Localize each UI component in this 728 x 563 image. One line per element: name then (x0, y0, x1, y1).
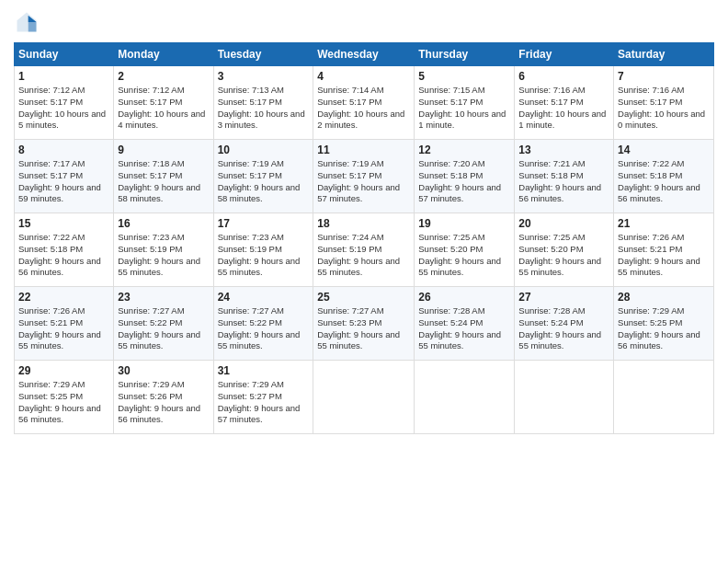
day-detail: Sunrise: 7:22 AMSunset: 5:18 PMDaylight:… (18, 232, 109, 279)
calendar-cell (614, 361, 714, 434)
calendar-cell: 20Sunrise: 7:25 AMSunset: 5:20 PMDayligh… (515, 213, 614, 287)
calendar-cell: 15Sunrise: 7:22 AMSunset: 5:18 PMDayligh… (15, 213, 114, 287)
day-detail: Sunrise: 7:27 AMSunset: 5:23 PMDaylight:… (317, 305, 410, 352)
day-detail: Sunrise: 7:29 AMSunset: 5:25 PMDaylight:… (18, 379, 109, 426)
day-number: 23 (118, 291, 209, 304)
calendar-cell (415, 361, 515, 434)
day-number: 10 (218, 144, 310, 156)
calendar-cell: 3Sunrise: 7:13 AMSunset: 5:17 PMDaylight… (213, 66, 313, 140)
day-number: 22 (18, 291, 109, 304)
day-number: 5 (418, 70, 510, 83)
day-detail: Sunrise: 7:13 AMSunset: 5:17 PMDaylight:… (218, 85, 310, 132)
logo-icon (14, 9, 40, 35)
header-thursday: Thursday (415, 43, 515, 66)
header-friday: Friday (515, 43, 614, 66)
header (14, 9, 714, 35)
header-monday: Monday (114, 43, 213, 66)
day-detail: Sunrise: 7:12 AMSunset: 5:17 PMDaylight:… (18, 85, 109, 132)
day-number: 31 (218, 364, 310, 377)
day-detail: Sunrise: 7:27 AMSunset: 5:22 PMDaylight:… (118, 305, 209, 352)
day-detail: Sunrise: 7:28 AMSunset: 5:24 PMDaylight:… (518, 305, 609, 352)
week-row-5: 29Sunrise: 7:29 AMSunset: 5:25 PMDayligh… (15, 361, 714, 434)
day-detail: Sunrise: 7:19 AMSunset: 5:17 PMDaylight:… (317, 158, 410, 205)
day-number: 24 (218, 291, 310, 304)
day-number: 11 (317, 144, 410, 156)
day-detail: Sunrise: 7:27 AMSunset: 5:22 PMDaylight:… (218, 305, 310, 352)
calendar: SundayMondayTuesdayWednesdayThursdayFrid… (14, 42, 714, 434)
calendar-cell: 30Sunrise: 7:29 AMSunset: 5:26 PMDayligh… (114, 361, 213, 434)
calendar-cell: 19Sunrise: 7:25 AMSunset: 5:20 PMDayligh… (415, 213, 515, 287)
day-number: 20 (518, 217, 609, 230)
day-detail: Sunrise: 7:29 AMSunset: 5:26 PMDaylight:… (118, 379, 209, 426)
week-row-3: 15Sunrise: 7:22 AMSunset: 5:18 PMDayligh… (15, 213, 714, 287)
calendar-header-row: SundayMondayTuesdayWednesdayThursdayFrid… (15, 43, 714, 66)
day-detail: Sunrise: 7:29 AMSunset: 5:27 PMDaylight:… (218, 379, 310, 426)
header-sunday: Sunday (15, 43, 114, 66)
calendar-cell: 6Sunrise: 7:16 AMSunset: 5:17 PMDaylight… (515, 66, 614, 140)
week-row-4: 22Sunrise: 7:26 AMSunset: 5:21 PMDayligh… (15, 287, 714, 361)
calendar-cell: 5Sunrise: 7:15 AMSunset: 5:17 PMDaylight… (415, 66, 515, 140)
day-detail: Sunrise: 7:25 AMSunset: 5:20 PMDaylight:… (418, 232, 510, 279)
day-detail: Sunrise: 7:24 AMSunset: 5:19 PMDaylight:… (317, 232, 410, 279)
day-number: 4 (317, 70, 410, 83)
header-wednesday: Wednesday (313, 43, 415, 66)
day-number: 14 (618, 144, 710, 156)
calendar-cell: 10Sunrise: 7:19 AMSunset: 5:17 PMDayligh… (213, 140, 313, 213)
calendar-cell: 25Sunrise: 7:27 AMSunset: 5:23 PMDayligh… (313, 287, 415, 361)
day-detail: Sunrise: 7:29 AMSunset: 5:25 PMDaylight:… (618, 305, 710, 352)
calendar-cell: 31Sunrise: 7:29 AMSunset: 5:27 PMDayligh… (213, 361, 313, 434)
day-number: 27 (518, 291, 609, 304)
calendar-cell: 26Sunrise: 7:28 AMSunset: 5:24 PMDayligh… (415, 287, 515, 361)
day-detail: Sunrise: 7:20 AMSunset: 5:18 PMDaylight:… (418, 158, 510, 205)
header-saturday: Saturday (614, 43, 714, 66)
calendar-cell: 1Sunrise: 7:12 AMSunset: 5:17 PMDaylight… (15, 66, 114, 140)
day-number: 7 (618, 70, 710, 83)
day-detail: Sunrise: 7:17 AMSunset: 5:17 PMDaylight:… (18, 158, 109, 205)
day-number: 1 (18, 70, 109, 83)
day-number: 13 (518, 144, 609, 156)
day-detail: Sunrise: 7:19 AMSunset: 5:17 PMDaylight:… (218, 158, 310, 205)
day-number: 26 (418, 291, 510, 304)
page: SundayMondayTuesdayWednesdayThursdayFrid… (0, 0, 728, 443)
day-number: 3 (218, 70, 310, 83)
calendar-cell (515, 361, 614, 434)
day-detail: Sunrise: 7:14 AMSunset: 5:17 PMDaylight:… (317, 85, 410, 132)
calendar-cell: 4Sunrise: 7:14 AMSunset: 5:17 PMDaylight… (313, 66, 415, 140)
day-number: 15 (18, 217, 109, 230)
day-detail: Sunrise: 7:15 AMSunset: 5:17 PMDaylight:… (418, 85, 510, 132)
day-number: 18 (317, 217, 410, 230)
calendar-cell: 12Sunrise: 7:20 AMSunset: 5:18 PMDayligh… (415, 140, 515, 213)
week-row-1: 1Sunrise: 7:12 AMSunset: 5:17 PMDaylight… (15, 66, 714, 140)
calendar-cell: 22Sunrise: 7:26 AMSunset: 5:21 PMDayligh… (15, 287, 114, 361)
day-detail: Sunrise: 7:26 AMSunset: 5:21 PMDaylight:… (618, 232, 710, 279)
calendar-cell: 24Sunrise: 7:27 AMSunset: 5:22 PMDayligh… (213, 287, 313, 361)
day-number: 28 (618, 291, 710, 304)
day-number: 9 (118, 144, 209, 156)
day-detail: Sunrise: 7:21 AMSunset: 5:18 PMDaylight:… (518, 158, 609, 205)
day-number: 6 (518, 70, 609, 83)
calendar-cell: 13Sunrise: 7:21 AMSunset: 5:18 PMDayligh… (515, 140, 614, 213)
day-detail: Sunrise: 7:26 AMSunset: 5:21 PMDaylight:… (18, 305, 109, 352)
day-detail: Sunrise: 7:12 AMSunset: 5:17 PMDaylight:… (118, 85, 209, 132)
day-number: 16 (118, 217, 209, 230)
day-number: 29 (18, 364, 109, 377)
calendar-cell: 8Sunrise: 7:17 AMSunset: 5:17 PMDaylight… (15, 140, 114, 213)
day-detail: Sunrise: 7:28 AMSunset: 5:24 PMDaylight:… (418, 305, 510, 352)
calendar-cell: 27Sunrise: 7:28 AMSunset: 5:24 PMDayligh… (515, 287, 614, 361)
header-tuesday: Tuesday (213, 43, 313, 66)
day-detail: Sunrise: 7:25 AMSunset: 5:20 PMDaylight:… (518, 232, 609, 279)
calendar-cell: 2Sunrise: 7:12 AMSunset: 5:17 PMDaylight… (114, 66, 213, 140)
calendar-cell: 16Sunrise: 7:23 AMSunset: 5:19 PMDayligh… (114, 213, 213, 287)
calendar-cell: 23Sunrise: 7:27 AMSunset: 5:22 PMDayligh… (114, 287, 213, 361)
day-detail: Sunrise: 7:16 AMSunset: 5:17 PMDaylight:… (618, 85, 710, 132)
day-number: 12 (418, 144, 510, 156)
calendar-cell: 11Sunrise: 7:19 AMSunset: 5:17 PMDayligh… (313, 140, 415, 213)
day-number: 8 (18, 144, 109, 156)
day-number: 2 (118, 70, 209, 83)
logo (14, 9, 43, 35)
calendar-cell (313, 361, 415, 434)
calendar-cell: 28Sunrise: 7:29 AMSunset: 5:25 PMDayligh… (614, 287, 714, 361)
calendar-cell: 18Sunrise: 7:24 AMSunset: 5:19 PMDayligh… (313, 213, 415, 287)
calendar-cell: 14Sunrise: 7:22 AMSunset: 5:18 PMDayligh… (614, 140, 714, 213)
day-detail: Sunrise: 7:16 AMSunset: 5:17 PMDaylight:… (518, 85, 609, 132)
